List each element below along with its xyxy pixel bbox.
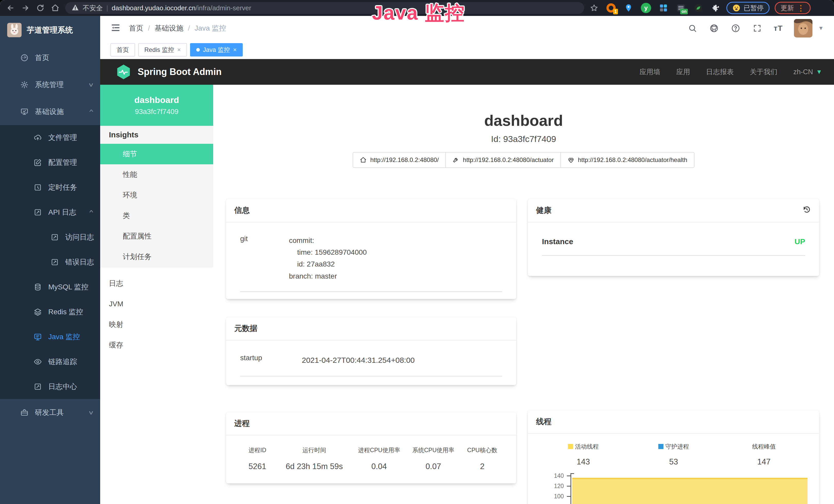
health-url-button[interactable]: http://192.168.0.2:48080/actuator/health bbox=[561, 152, 695, 168]
sba-nav-about[interactable]: 关于我们 bbox=[750, 67, 777, 76]
breadcrumb-home[interactable]: 首页 bbox=[129, 23, 143, 33]
close-icon[interactable]: × bbox=[177, 46, 181, 53]
close-icon[interactable]: × bbox=[233, 46, 237, 53]
browser-update-button[interactable]: 更新 ⋮ bbox=[775, 2, 811, 14]
sidebar-item-dev-tools[interactable]: 研发工具 v bbox=[0, 399, 100, 426]
profile-avatar-icon bbox=[732, 4, 741, 12]
help-icon[interactable] bbox=[730, 23, 741, 33]
sba-nav-wallboard[interactable]: 应用墙 bbox=[640, 67, 660, 76]
sidebar-item-home[interactable]: 首页 bbox=[0, 44, 100, 71]
security-label[interactable]: 不安全 bbox=[83, 4, 103, 13]
sidebar-item-java-monitor[interactable]: Java 监控 bbox=[0, 324, 100, 349]
avatar-caret-icon[interactable]: ▼ bbox=[818, 25, 824, 31]
app-window: 芋道管理系统 首页 系统管理 v 基础设施 ^ 文件管理 bbox=[0, 16, 834, 504]
sidebar-item-config-manage[interactable]: 配置管理 bbox=[0, 150, 100, 175]
sidebar-item-api-log[interactable]: API 日志 ^ bbox=[0, 200, 100, 225]
github-icon[interactable] bbox=[709, 23, 719, 33]
sba-sidebar-item-config-props[interactable]: 配置属性 bbox=[100, 226, 213, 247]
metadata-card: 元数据 startup 2021-04-27T00:44:31.254+08:0… bbox=[226, 317, 516, 385]
sba-sidebar-item-scheduled-tasks[interactable]: 计划任务 bbox=[100, 247, 213, 267]
sidebar-item-mysql-monitor[interactable]: MySQL 监控 bbox=[0, 274, 100, 299]
metadata-card-body: startup 2021-04-27T00:44:31.254+08:00 bbox=[226, 340, 516, 376]
url-text[interactable]: dashboard.yudao.iocoder.cn/infra/admin-s… bbox=[112, 4, 251, 12]
extension-badge-count: 1 bbox=[613, 9, 618, 15]
legend-live-threads: 活动线程 bbox=[538, 443, 629, 451]
process-card-body: 进程ID 运行时间 进程CPU使用率 系统CPU使用率 CPU核心数 5261 … bbox=[226, 435, 516, 471]
address-bar[interactable]: 不安全 | dashboard.yudao.iocoder.cn/infra/a… bbox=[65, 2, 584, 14]
extension-pin-icon[interactable] bbox=[623, 3, 634, 13]
sidebar-item-scheduled-jobs[interactable]: 定时任务 bbox=[0, 175, 100, 200]
font-size-icon[interactable]: тT bbox=[774, 24, 783, 32]
sidebar-item-access-log[interactable]: 访问日志 bbox=[0, 225, 100, 250]
sidebar-item-log-center[interactable]: 日志中心 bbox=[0, 374, 100, 399]
sba-nav-applications[interactable]: 应用 bbox=[676, 67, 690, 76]
process-pid: 5261 bbox=[239, 462, 276, 471]
collapse-menu-icon[interactable] bbox=[110, 23, 122, 34]
extension-orange-icon[interactable]: 1 bbox=[606, 3, 616, 13]
sba-content: dashboard Id: 93a3fc7f7409 http://192.16… bbox=[213, 85, 834, 504]
profile-paused-pill[interactable]: 已暂停 bbox=[726, 2, 770, 14]
reload-icon[interactable] bbox=[36, 3, 45, 13]
extension-list-on-icon[interactable]: on bbox=[676, 3, 686, 13]
extension-leaf-icon[interactable] bbox=[693, 3, 704, 13]
home-icon[interactable] bbox=[50, 3, 60, 13]
fullscreen-icon[interactable] bbox=[752, 23, 762, 33]
sidebar-item-redis-monitor[interactable]: Redis 监控 bbox=[0, 299, 100, 324]
sba-sidebar-item-jvm[interactable]: JVM bbox=[100, 294, 213, 314]
sba-nav-journal[interactable]: 日志报表 bbox=[706, 67, 734, 76]
forward-icon[interactable] bbox=[21, 3, 30, 13]
health-instance-row[interactable]: Instance UP bbox=[542, 237, 805, 246]
sba-instance-header[interactable]: dashboard 93a3fc7f7409 bbox=[100, 85, 213, 126]
chevron-up-icon: ^ bbox=[89, 108, 93, 115]
process-table-values: 5261 6d 23h 15m 59s 0.04 0.07 2 bbox=[239, 462, 503, 471]
sidebar-item-tracing[interactable]: 链路追踪 bbox=[0, 349, 100, 374]
health-card: 健康 Instance UP bbox=[528, 199, 819, 276]
git-info-row: git commit: time: 1596289704000 id: 27aa… bbox=[240, 235, 502, 282]
tab-home[interactable]: 首页 bbox=[110, 43, 135, 56]
user-avatar[interactable] bbox=[794, 19, 812, 38]
legend-blue-swatch bbox=[658, 444, 663, 449]
sidebar-item-file-manage[interactable]: 文件管理 bbox=[0, 125, 100, 150]
process-table-headers: 进程ID 运行时间 进程CPU使用率 系统CPU使用率 CPU核心数 bbox=[239, 446, 503, 454]
tab-java-monitor[interactable]: Java 监控 × bbox=[190, 43, 243, 56]
chevron-down-icon: v bbox=[89, 82, 93, 88]
database-icon bbox=[34, 283, 42, 292]
actuator-url-button[interactable]: http://192.168.0.2:48080/actuator bbox=[445, 152, 561, 168]
process-cpu: 0.04 bbox=[353, 462, 405, 471]
browser-menu-icon[interactable]: ⋮ bbox=[797, 4, 805, 13]
health-card-header: 健康 bbox=[528, 199, 819, 222]
chevron-down-icon: ▼ bbox=[816, 68, 822, 75]
live-threads-area bbox=[572, 478, 808, 504]
extension-green-y-icon[interactable]: y bbox=[641, 3, 651, 13]
sba-brand[interactable]: Spring Boot Admin bbox=[115, 64, 222, 80]
sba-sidebar-item-logging[interactable]: 日志 bbox=[100, 273, 213, 294]
sba-sidebar-item-metrics[interactable]: 性能 bbox=[100, 164, 213, 185]
briefcase-icon bbox=[20, 408, 29, 417]
sba-sidebar-item-classes[interactable]: 类 bbox=[100, 205, 213, 226]
sidebar-item-infra[interactable]: 基础设施 ^ bbox=[0, 98, 100, 125]
sba-instance-id: 93a3fc7f7409 bbox=[135, 108, 178, 116]
sba-sidebar-item-environment[interactable]: 环境 bbox=[100, 185, 213, 205]
breadcrumb-infra[interactable]: 基础设施 bbox=[155, 23, 183, 33]
extensions-row: 1 y on bbox=[606, 3, 721, 13]
base-url-button[interactable]: http://192.168.0.2:48080/ bbox=[353, 152, 446, 168]
log-edit-icon bbox=[34, 382, 42, 391]
sidebar-item-error-log[interactable]: 错误日志 bbox=[0, 250, 100, 274]
daemon-threads-value: 53 bbox=[629, 457, 719, 466]
sba-sidebar-item-caches[interactable]: 缓存 bbox=[100, 335, 213, 356]
locale-select[interactable]: zh-CN ▼ bbox=[793, 68, 822, 76]
sba-sidebar-item-mappings[interactable]: 映射 bbox=[100, 314, 213, 335]
sidebar-item-system[interactable]: 系统管理 v bbox=[0, 71, 100, 98]
app-logo[interactable]: 芋道管理系统 bbox=[0, 16, 100, 44]
history-icon[interactable] bbox=[803, 205, 811, 216]
extension-grid-icon[interactable] bbox=[658, 3, 669, 13]
process-card-header: 进程 bbox=[226, 412, 516, 435]
bookmark-star-icon[interactable] bbox=[589, 3, 599, 13]
header-actions: тT ▼ bbox=[687, 19, 824, 38]
back-icon[interactable] bbox=[6, 3, 16, 13]
sba-sidebar-item-details[interactable]: 细节 bbox=[100, 144, 213, 164]
extensions-puzzle-icon[interactable] bbox=[710, 3, 721, 13]
search-icon[interactable] bbox=[687, 23, 698, 33]
health-card-body: Instance UP bbox=[528, 222, 819, 256]
tab-redis-monitor[interactable]: Redis 监控 × bbox=[138, 43, 187, 56]
